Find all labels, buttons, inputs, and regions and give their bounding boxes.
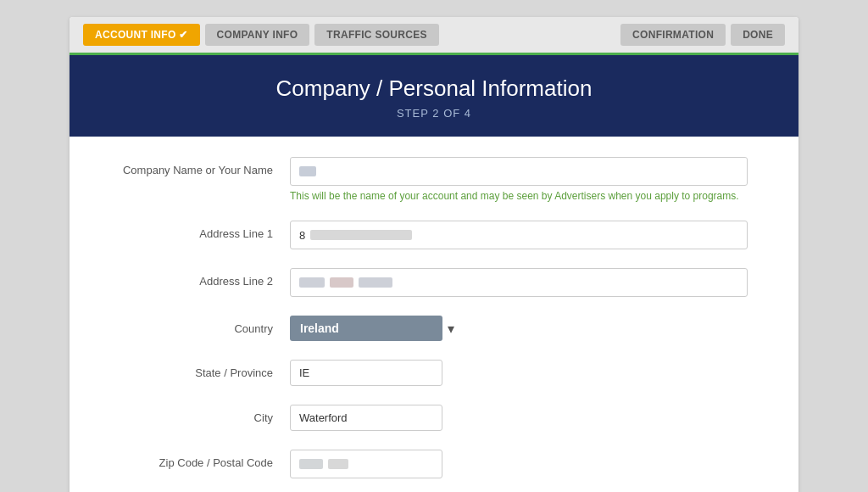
zip-input[interactable] bbox=[290, 450, 442, 478]
blur-zip-b bbox=[328, 459, 348, 469]
blur-placeholder-company bbox=[299, 166, 316, 176]
country-select[interactable]: Ireland United States United Kingdom Ger… bbox=[290, 316, 442, 341]
company-name-field: This will be the name of your account an… bbox=[290, 157, 748, 202]
company-name-row: Company Name or Your Name This will be t… bbox=[120, 157, 748, 202]
zip-row: Zip Code / Postal Code bbox=[120, 450, 748, 478]
city-input[interactable] bbox=[290, 405, 442, 431]
address2-row: Address Line 2 bbox=[120, 268, 748, 297]
country-row: Country Ireland United States United Kin… bbox=[120, 316, 748, 341]
company-name-hint: This will be the name of your account an… bbox=[290, 190, 748, 202]
address2-field bbox=[290, 268, 748, 297]
blur-placeholder-addr1 bbox=[310, 230, 412, 240]
step-done[interactable]: DONE bbox=[731, 24, 785, 46]
city-row: City bbox=[120, 405, 748, 431]
step-label: STEP 2 OF 4 bbox=[86, 107, 782, 120]
page-wrapper: ACCOUNT INFO ✔ COMPANY INFO TRAFFIC SOUR… bbox=[70, 17, 798, 492]
form-body: Company Name or Your Name This will be t… bbox=[70, 137, 798, 492]
blur-addr2-b bbox=[330, 277, 353, 288]
country-label: Country bbox=[120, 316, 290, 335]
page-title: Company / Personal Information bbox=[86, 75, 782, 102]
zip-label: Zip Code / Postal Code bbox=[120, 450, 290, 469]
address2-input[interactable] bbox=[290, 268, 748, 297]
address1-value: 8 bbox=[299, 229, 305, 242]
company-name-input[interactable] bbox=[290, 157, 748, 186]
step-company-info[interactable]: COMPANY INFO bbox=[205, 24, 310, 46]
zip-field bbox=[290, 450, 748, 478]
state-row: State / Province bbox=[120, 360, 748, 386]
address1-row: Address Line 1 8 bbox=[120, 221, 748, 249]
city-label: City bbox=[120, 405, 290, 424]
state-field bbox=[290, 360, 748, 386]
state-input[interactable] bbox=[290, 360, 442, 386]
state-label: State / Province bbox=[120, 360, 290, 379]
blur-addr2-c bbox=[359, 277, 392, 288]
address2-label: Address Line 2 bbox=[120, 268, 290, 288]
step-confirmation[interactable]: CONFIRMATION bbox=[620, 24, 726, 46]
address1-input[interactable]: 8 bbox=[290, 221, 748, 249]
blur-addr2-a bbox=[299, 277, 325, 288]
city-field bbox=[290, 405, 748, 431]
country-field: Ireland United States United Kingdom Ger… bbox=[290, 316, 748, 341]
address1-label: Address Line 1 bbox=[120, 221, 290, 240]
step-navigation: ACCOUNT INFO ✔ COMPANY INFO TRAFFIC SOUR… bbox=[70, 17, 798, 55]
form-header: Company / Personal Information STEP 2 OF… bbox=[70, 55, 798, 137]
dropdown-arrow-icon: ▾ bbox=[448, 321, 454, 337]
address1-field: 8 bbox=[290, 221, 748, 249]
step-account-info[interactable]: ACCOUNT INFO ✔ bbox=[83, 24, 200, 46]
step-traffic-sources[interactable]: TRAFFIC SOURCES bbox=[314, 24, 439, 46]
company-name-label: Company Name or Your Name bbox=[120, 157, 290, 176]
blur-zip-a bbox=[299, 459, 323, 469]
country-select-wrapper: Ireland United States United Kingdom Ger… bbox=[290, 316, 748, 341]
